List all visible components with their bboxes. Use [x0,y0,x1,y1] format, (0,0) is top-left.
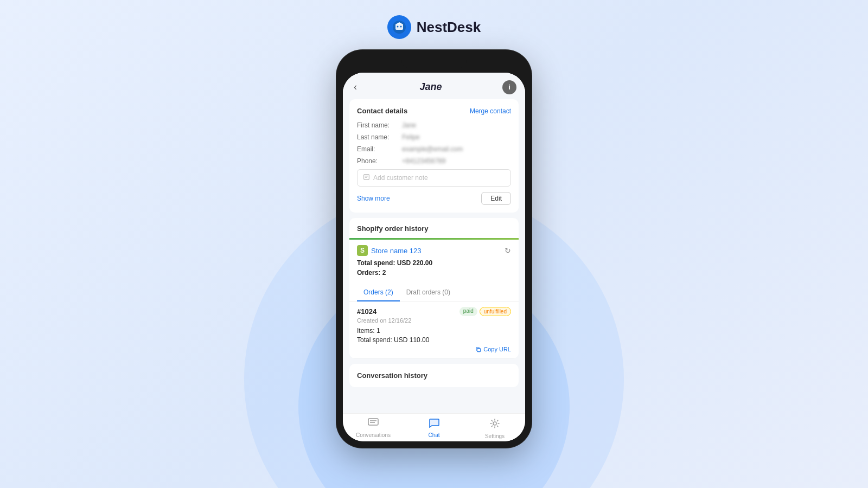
copy-url-button[interactable]: Copy URL [357,346,511,352]
screen-scroll-area[interactable]: ‹ Jane i Contact details Merge contact F… [343,73,525,413]
nav-item-settings[interactable]: Settings [464,418,525,439]
settings-nav-label: Settings [485,433,505,439]
top-bar: ‹ Jane i [343,73,525,99]
field-lastname: Last name: Felipe [357,133,511,141]
contact-details-title: Contact details [357,107,407,115]
conversations-nav-label: Conversations [356,432,391,438]
phone-screen: ‹ Jane i Contact details Merge contact F… [343,73,525,441]
svg-point-1 [397,26,398,28]
shopify-section: Shopify order history S Store name 123 ↻… [349,218,519,358]
svg-rect-7 [368,419,378,425]
tab-orders[interactable]: Orders (2) [357,284,400,301]
store-name-label[interactable]: Store name 123 [371,247,422,255]
store-name-row: S Store name 123 [357,245,422,256]
items-value: 1 [376,327,380,335]
orders-value: 2 [382,269,386,277]
contact-name-title: Jane [419,81,442,93]
contact-details-header: Contact details Merge contact [357,107,511,115]
badge-paid: paid [459,307,477,316]
firstname-label: First name: [357,121,398,129]
phone-value: +84123456789 [402,157,445,165]
firstname-value: Jane [402,121,416,129]
lastname-label: Last name: [357,133,398,141]
edit-button[interactable]: Edit [481,192,511,205]
back-button[interactable]: ‹ [352,79,359,95]
order-spend-detail: Total spend: USD 110.00 [357,336,511,344]
contact-details-section: Contact details Merge contact First name… [349,99,519,213]
app-name-label: NestDesk [417,19,481,36]
order-tabs: Orders (2) Draft orders (0) [349,284,519,301]
order-id: #1024 [357,307,376,316]
svg-rect-6 [477,348,481,351]
orders-stat: Orders: 2 [357,269,511,277]
show-more-button[interactable]: Show more [357,195,390,202]
order-spend-label: Total spend: [357,336,392,344]
shopify-title: Shopify order history [357,224,511,233]
email-label: Email: [357,145,398,153]
settings-icon [489,418,500,432]
customer-note-input[interactable]: Add customer note [357,169,511,187]
conversation-history-section: Conversation history [349,364,519,387]
shopify-header: Shopify order history [349,218,519,233]
chat-icon [429,418,439,431]
app-header: NestDesk [387,15,481,39]
bottom-nav: Conversations Chat [343,413,525,441]
note-placeholder-text: Add customer note [373,174,428,182]
contact-details-footer: Show more Edit [357,192,511,205]
shopify-icon: S [357,245,368,256]
lastname-value: Felipe [402,133,420,141]
conversation-history-title: Conversation history [357,371,511,380]
field-phone: Phone: +84123456789 [357,157,511,165]
order-items-detail: Items: 1 [357,327,511,335]
app-logo [387,15,411,39]
nav-item-chat[interactable]: Chat [404,418,464,439]
phone-frame: ‹ Jane i Contact details Merge contact F… [336,50,532,448]
total-spend-stat: Total spend: USD 220.00 [357,259,511,267]
orders-label: Orders: [357,269,380,277]
note-icon [363,174,370,182]
svg-point-2 [400,26,401,28]
store-stats: Total spend: USD 220.00 Orders: 2 [349,259,519,284]
refresh-icon[interactable]: ↻ [505,246,511,255]
phone-label: Phone: [357,157,398,165]
store-row: S Store name 123 ↻ [349,240,519,259]
items-label: Items: [357,327,375,335]
total-spend-value: USD 220.00 [397,259,432,267]
svg-point-10 [493,422,496,425]
chat-nav-label: Chat [428,432,439,438]
conversations-icon [368,418,379,431]
info-button[interactable]: i [502,80,516,94]
nav-item-conversations[interactable]: Conversations [343,418,404,439]
total-spend-label: Total spend: [357,259,395,267]
field-firstname: First name: Jane [357,121,511,129]
email-value: example@email.com [402,145,463,153]
phone-notch [401,56,467,68]
field-email: Email: example@email.com [357,145,511,153]
phone-outer-shell: ‹ Jane i Contact details Merge contact F… [336,50,532,448]
order-badges: paid unfulfilled [459,307,511,316]
merge-contact-button[interactable]: Merge contact [470,107,511,115]
badge-unfulfilled: unfulfilled [480,307,511,316]
order-date: Created on 12/16/22 [357,317,511,324]
order-item-1024: #1024 paid unfulfilled Created on 12/16/… [349,301,519,358]
tab-draft-orders[interactable]: Draft orders (0) [400,284,457,301]
svg-rect-3 [364,175,369,180]
order-1024-header: #1024 paid unfulfilled [357,307,511,316]
order-spend-value: USD 110.00 [394,336,429,344]
copy-url-label: Copy URL [483,346,511,352]
